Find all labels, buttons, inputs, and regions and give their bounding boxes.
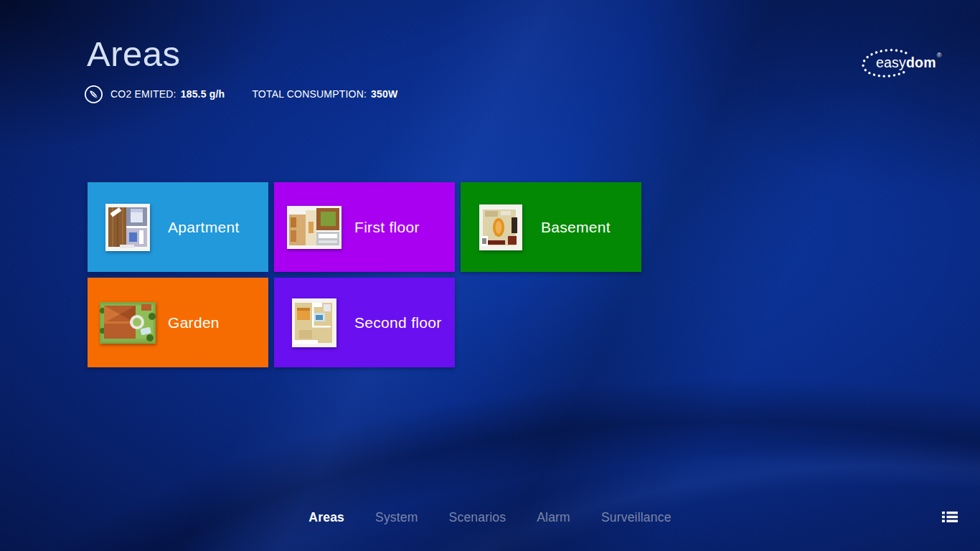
stats-bar: CO2 EMITED: 185.5 g/h TOTAL CONSUMPTION:… <box>84 84 397 104</box>
tile-basement[interactable]: Basement <box>461 182 641 272</box>
nav-item-surveillance[interactable]: Surveillance <box>601 510 672 525</box>
tile-second-floor[interactable]: Second floor <box>274 278 455 367</box>
tile-apartment[interactable]: Apartment <box>88 182 268 272</box>
eco-leaf-icon <box>84 85 103 104</box>
co2-label: CO2 EMITED: <box>110 88 176 100</box>
easydom-areas-screen: Areas CO2 EMITED: 185.5 g/h TOTAL CONSUM… <box>0 0 980 551</box>
tile-label: Second floor <box>354 314 442 331</box>
tile-garden[interactable]: Garden <box>88 278 268 367</box>
tile-first-floor[interactable]: First floor <box>274 182 455 272</box>
tile-label: Apartment <box>168 219 240 236</box>
nav-item-system[interactable]: System <box>375 510 418 525</box>
second-floor-floorplan-thumbnail <box>274 298 354 347</box>
basement-floorplan-thumbnail <box>461 204 541 250</box>
first-floor-floorplan-thumbnail <box>274 206 354 249</box>
page-title: Areas <box>87 36 181 72</box>
nav-item-areas[interactable]: Areas <box>308 510 344 525</box>
garden-plan-thumbnail <box>88 302 168 344</box>
nav-item-scenarios[interactable]: Scenarios <box>449 510 507 525</box>
apartment-floorplan-thumbnail <box>88 204 168 251</box>
registered-mark: ® <box>937 52 942 59</box>
logo-text: easydom® <box>876 55 941 71</box>
consumption-value: 350W <box>371 88 397 100</box>
nav-item-alarm[interactable]: Alarm <box>537 510 570 525</box>
tile-label: Basement <box>541 219 611 236</box>
co2-value: 185.5 g/h <box>181 88 225 100</box>
list-view-icon[interactable] <box>942 511 958 523</box>
tile-label: Garden <box>168 314 220 331</box>
bottom-navigation: Areas System Scenarios Alarm Surveillanc… <box>0 504 980 530</box>
area-tiles-grid: Apartment First flo <box>88 182 641 367</box>
easydom-logo: easydom® <box>859 44 954 82</box>
tile-label: First floor <box>354 219 420 236</box>
consumption-label: TOTAL CONSUMPTION: <box>252 88 367 100</box>
